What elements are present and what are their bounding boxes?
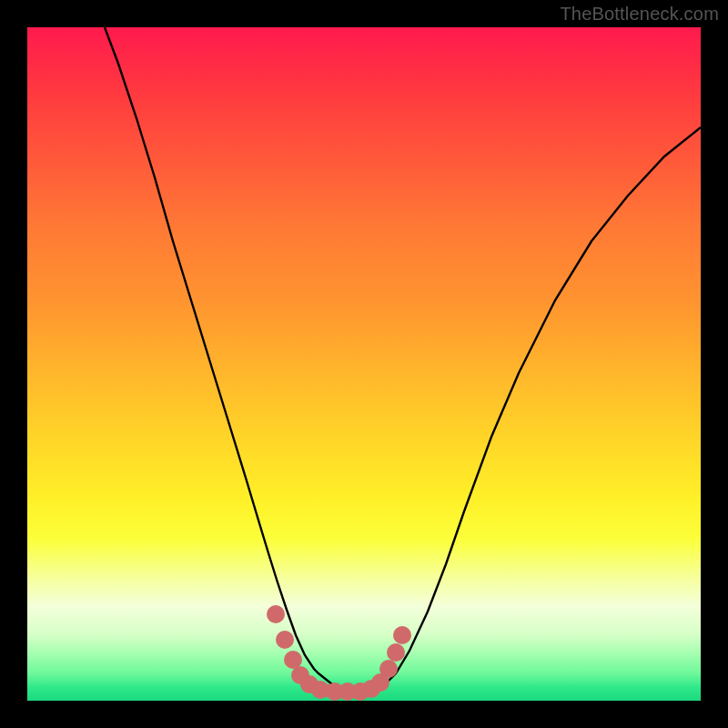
marker-dot <box>393 626 411 644</box>
outer-frame: TheBottleneck.com <box>0 0 728 728</box>
marker-dot <box>284 651 302 669</box>
marker-group <box>267 605 411 701</box>
curve-svg <box>27 27 701 701</box>
gradient-plot-area <box>27 27 701 701</box>
bottleneck-curve <box>105 27 701 692</box>
watermark-text: TheBottleneck.com <box>560 4 719 25</box>
marker-dot <box>387 643 405 662</box>
marker-dot <box>379 660 398 678</box>
marker-dot <box>267 605 285 623</box>
marker-dot <box>276 631 294 649</box>
